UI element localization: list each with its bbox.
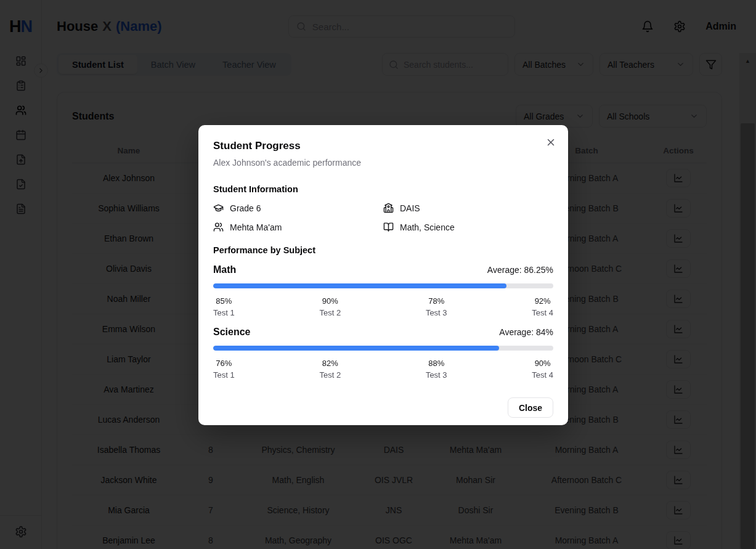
subject-average: Average: 86.25% (487, 265, 553, 275)
test-score-value: 82% (319, 359, 341, 368)
subject-progress-bar (213, 346, 553, 351)
test-score-value: 76% (213, 359, 235, 368)
test-score-label: Test 2 (319, 308, 341, 317)
test-score-value: 78% (426, 296, 447, 306)
test-score: 90%Test 4 (532, 359, 553, 380)
subject-progress-fill (213, 346, 499, 351)
test-score: 90%Test 2 (319, 296, 341, 317)
performance-heading: Performance by Subject (213, 245, 553, 255)
modal-close-button[interactable] (545, 137, 556, 148)
subject-name: Math (213, 264, 236, 275)
test-score-label: Test 4 (532, 308, 553, 317)
info-item-text: Mehta Ma'am (230, 222, 282, 232)
info-item: Math, Science (383, 222, 553, 232)
info-item: Mehta Ma'am (213, 222, 383, 232)
test-score: 78%Test 3 (426, 296, 447, 317)
test-scores-row: 85%Test 190%Test 278%Test 392%Test 4 (213, 296, 553, 317)
graduation-cap-icon (213, 203, 224, 213)
test-scores-row: 76%Test 182%Test 288%Test 390%Test 4 (213, 359, 553, 380)
modal-subtitle: Alex Johnson's academic performance (213, 158, 553, 168)
test-score: 76%Test 1 (213, 359, 235, 380)
test-score-label: Test 3 (426, 308, 447, 317)
info-item: DAIS (383, 203, 553, 213)
test-score: 85%Test 1 (213, 296, 235, 317)
test-score-label: Test 3 (426, 370, 447, 380)
subject-progress-fill (213, 283, 506, 288)
test-score-label: Test 1 (213, 308, 235, 317)
subject-progress-bar (213, 283, 553, 288)
test-score: 82%Test 2 (319, 359, 341, 380)
student-info-grid: Grade 6DAISMehta Ma'amMath, Science (213, 203, 553, 232)
info-item-text: DAIS (400, 203, 420, 213)
test-score: 92%Test 4 (532, 296, 553, 317)
test-score-value: 85% (213, 296, 235, 306)
test-score-label: Test 1 (213, 370, 235, 380)
student-progress-modal: Student Progress Alex Johnson's academic… (198, 125, 568, 425)
subject-average: Average: 84% (499, 327, 553, 337)
subject-section-math: MathAverage: 86.25%85%Test 190%Test 278%… (213, 264, 553, 317)
subject-name: Science (213, 327, 250, 338)
test-score-value: 90% (319, 296, 341, 306)
info-item-text: Math, Science (400, 222, 455, 232)
student-info-heading: Student Information (213, 184, 553, 194)
subject-section-science: ScienceAverage: 84%76%Test 182%Test 288%… (213, 327, 553, 380)
test-score-label: Test 2 (319, 370, 341, 380)
test-score-value: 90% (532, 359, 553, 368)
school-icon (383, 203, 394, 213)
book-open-icon (383, 222, 394, 232)
modal-footer: Close (213, 397, 553, 418)
users-icon (213, 222, 224, 232)
test-score-label: Test 4 (532, 370, 553, 380)
info-item: Grade 6 (213, 203, 383, 213)
test-score: 88%Test 3 (426, 359, 447, 380)
test-score-value: 92% (532, 296, 553, 306)
close-button[interactable]: Close (508, 397, 553, 418)
close-icon (545, 137, 556, 148)
subjects-container: MathAverage: 86.25%85%Test 190%Test 278%… (213, 264, 553, 380)
modal-title: Student Progress (213, 140, 553, 152)
test-score-value: 88% (426, 359, 447, 368)
info-item-text: Grade 6 (230, 203, 261, 213)
